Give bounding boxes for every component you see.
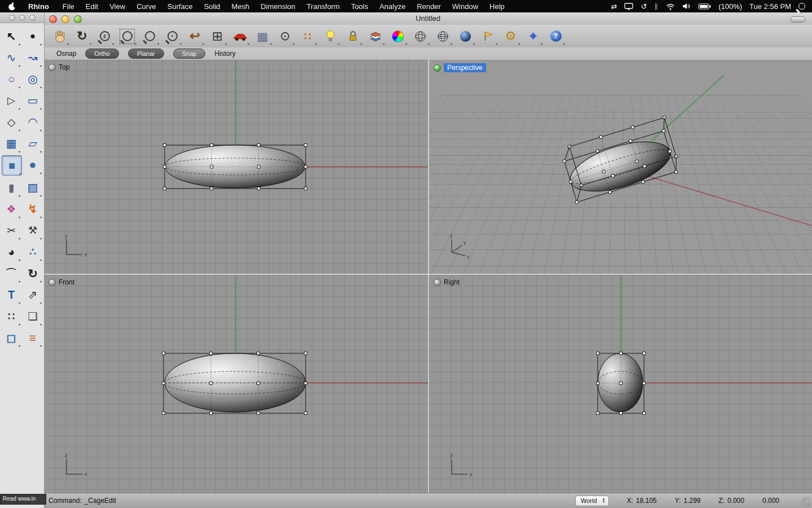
time-machine-icon[interactable]: ↺ xyxy=(641,2,647,11)
tool-explode[interactable]: ❖ xyxy=(2,199,21,218)
viewport-perspective[interactable]: Perspective z y x xyxy=(429,60,812,274)
tool-align[interactable]: ≡ xyxy=(23,328,42,347)
wifi-icon[interactable] xyxy=(666,3,675,10)
lock-icon[interactable] xyxy=(344,28,361,45)
spotlight-icon[interactable] xyxy=(798,3,805,10)
help-icon[interactable]: ? xyxy=(547,28,564,45)
toolbar-collapse-button[interactable] xyxy=(791,16,805,23)
pan-hand-icon[interactable] xyxy=(51,28,68,45)
tool-surface-tools[interactable]: ▨ xyxy=(23,178,42,197)
zoom-window-icon[interactable] xyxy=(118,28,136,45)
ortho-toggle[interactable]: Ortho xyxy=(85,49,119,59)
tool-surface-from-points[interactable]: ▦ xyxy=(2,134,21,153)
tool-ellipse[interactable]: ◎ xyxy=(23,69,42,89)
tool-array[interactable]: ∷ xyxy=(2,306,21,326)
menu-surface[interactable]: Surface xyxy=(162,2,198,11)
viewport-canvas-top[interactable] xyxy=(44,60,428,274)
tool-arc[interactable]: ◠ xyxy=(23,112,42,132)
menu-window[interactable]: Window xyxy=(447,2,484,11)
wireframe-sphere-icon[interactable] xyxy=(412,28,429,45)
display-icon[interactable] xyxy=(624,3,633,10)
palette-titlebar[interactable] xyxy=(0,12,44,23)
rendered-sphere-icon[interactable] xyxy=(457,28,474,45)
menu-solid[interactable]: Solid xyxy=(198,2,226,11)
viewport-layout-icon[interactable]: ⊞ xyxy=(209,28,226,45)
tool-split[interactable]: ⚒ xyxy=(23,221,42,240)
color-wheel-icon[interactable] xyxy=(389,28,407,45)
ellipsoid-object[interactable] xyxy=(165,145,305,188)
menu-edit[interactable]: Edit xyxy=(80,2,104,11)
tool-cylinder[interactable]: ▮ xyxy=(2,178,21,197)
planar-toggle[interactable]: Planar xyxy=(128,49,164,59)
menu-help[interactable]: Help xyxy=(484,2,510,11)
viewport-front[interactable]: Front z x xyxy=(44,275,428,493)
viewport-top[interactable]: Top y x xyxy=(44,60,428,274)
command-prompt[interactable]: Command: _CageEdit xyxy=(48,497,116,505)
tool-polyline[interactable]: ▷ xyxy=(2,91,21,110)
tool-rectangle[interactable]: ▭ xyxy=(23,91,42,110)
viewport-right[interactable]: Right z y xyxy=(429,275,812,493)
hatch-grid-icon[interactable]: ▦ xyxy=(254,28,271,45)
palette-minimize-icon[interactable] xyxy=(19,15,25,21)
tool-plane[interactable]: ▱ xyxy=(23,134,42,153)
tool-curve-zigzag[interactable]: ↯ xyxy=(23,199,42,218)
tool-scale[interactable]: ⇗ xyxy=(23,285,42,304)
menu-mesh[interactable]: Mesh xyxy=(226,2,255,11)
tool-rotate[interactable]: ↻ xyxy=(23,264,42,283)
viewport-canvas-perspective[interactable] xyxy=(429,60,812,274)
viewport-title-top[interactable]: Top xyxy=(48,63,69,71)
tool-copy[interactable]: ❏ xyxy=(23,306,42,326)
zoom-target-icon[interactable]: • xyxy=(164,28,181,45)
battery-icon[interactable] xyxy=(698,3,711,10)
viewport-menu-icon[interactable] xyxy=(434,279,441,286)
layers-icon[interactable] xyxy=(367,28,384,45)
circle-center-icon[interactable]: ⊙ xyxy=(276,28,294,45)
tool-trim[interactable]: ✂ xyxy=(2,221,21,240)
viewport-canvas-right[interactable] xyxy=(429,275,812,493)
cplane-selector[interactable]: World ▲ ▼ xyxy=(575,496,608,506)
shaded-sphere-icon[interactable] xyxy=(434,28,452,45)
tool-select[interactable]: ↖ xyxy=(2,27,21,46)
viewport-canvas-front[interactable] xyxy=(44,275,428,493)
snap-toggle[interactable]: Snap xyxy=(173,49,206,59)
tool-boolean-union[interactable]: ◕ xyxy=(2,242,21,261)
tool-control-point-curve[interactable]: ∿ xyxy=(2,48,21,67)
tool-point[interactable]: • xyxy=(23,27,42,46)
menu-curve[interactable]: Curve xyxy=(131,2,162,11)
menu-view[interactable]: View xyxy=(104,2,131,11)
tool-sphere[interactable]: ● xyxy=(23,155,42,174)
history-label[interactable]: History xyxy=(214,50,235,58)
menu-dimension[interactable]: Dimension xyxy=(255,2,301,11)
point-cloud-icon[interactable]: ∷ xyxy=(299,28,316,45)
tool-interpolate-curve[interactable]: ↝ xyxy=(23,48,42,67)
tool-array-polar[interactable]: ∴ xyxy=(23,242,42,261)
viewport-title-front[interactable]: Front xyxy=(48,278,74,286)
tool-fillet[interactable]: ⌒ xyxy=(2,264,21,283)
tool-circle[interactable]: ○ xyxy=(2,69,21,89)
apple-menu-icon[interactable] xyxy=(0,2,23,11)
rotate-view-icon[interactable]: ↻ xyxy=(73,28,91,45)
volume-icon[interactable] xyxy=(682,3,691,10)
resize-grip-icon[interactable] xyxy=(801,497,811,507)
palette-zoom-icon[interactable] xyxy=(29,15,36,21)
lamp-icon[interactable] xyxy=(321,28,339,45)
osnap-label[interactable]: Osnap xyxy=(56,50,76,58)
menu-render[interactable]: Render xyxy=(411,2,447,11)
menu-clock[interactable]: Tue 2:56 PM xyxy=(749,2,791,11)
gumball-icon[interactable]: ⌖ xyxy=(524,28,542,45)
viewport-menu-icon[interactable] xyxy=(48,279,56,286)
palette-close-icon[interactable] xyxy=(9,15,15,21)
undo-view-icon[interactable]: ↩ xyxy=(186,28,204,45)
viewport-title-right[interactable]: Right xyxy=(434,278,460,286)
flag-icon[interactable] xyxy=(479,28,497,45)
zoom-extents-icon[interactable] xyxy=(141,28,158,45)
menu-analyze[interactable]: Analyze xyxy=(374,2,411,11)
tool-box[interactable]: ■ xyxy=(2,155,22,176)
viewport-menu-icon[interactable] xyxy=(48,64,56,71)
tool-text[interactable]: T xyxy=(2,285,21,304)
bluetooth-icon[interactable]: ᛒ xyxy=(654,2,659,11)
menu-tools[interactable]: Tools xyxy=(346,2,374,11)
move-car-icon[interactable] xyxy=(231,28,249,45)
settings-gears-icon[interactable]: ⚙ xyxy=(502,28,519,45)
tool-cage-edit[interactable]: ◻ xyxy=(2,328,21,347)
